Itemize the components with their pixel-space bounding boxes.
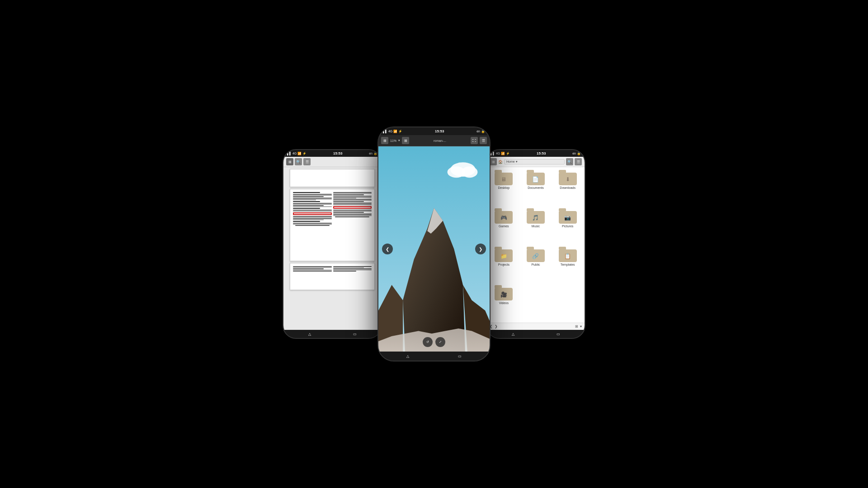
text-header-4	[293, 221, 320, 222]
text-header-2	[293, 201, 320, 202]
folder-videos[interactable]: 🎥 Videos	[490, 285, 518, 320]
folder-body-gm: 🎮	[495, 211, 513, 224]
next-arrow[interactable]: ❯	[475, 244, 486, 254]
text-line-r2	[333, 193, 372, 194]
status-right-c: en 🔒	[476, 130, 485, 133]
nav-home-left[interactable]: ▭	[351, 331, 359, 337]
text-line-r6	[333, 198, 356, 199]
nav-home-right[interactable]: ▭	[555, 331, 562, 337]
text-line-r10	[333, 202, 372, 203]
text-line-2	[293, 195, 331, 196]
breadcrumb-text: Home	[506, 160, 515, 163]
pdf-two-col	[293, 192, 371, 226]
menu-button[interactable]: ☰	[303, 158, 311, 165]
image-toolbar: ⊞ 11% ▾ ⊞ roman-... ⛶ ☰	[378, 135, 490, 146]
text-line-16	[293, 220, 324, 221]
sort-btn[interactable]: ▾	[580, 324, 582, 328]
t2	[293, 267, 331, 268]
lang-display: en	[369, 152, 373, 155]
text-line-11	[293, 210, 331, 211]
folder-icon-desktop: 🖥	[495, 170, 513, 185]
t7	[333, 267, 364, 268]
text-line-r18	[333, 216, 372, 216]
folder-projects[interactable]: 📁 Projects	[490, 247, 518, 282]
warning-box-2	[333, 206, 372, 209]
text-line-r19	[335, 216, 370, 217]
svg-point-3	[462, 166, 477, 178]
folder-icon-music: 🎵	[527, 208, 545, 224]
network-type-r: 4G	[496, 152, 500, 155]
zoom-level: 11%	[390, 139, 396, 142]
gallery-icon[interactable]: ⊞	[381, 137, 388, 144]
text-line-9	[293, 205, 324, 206]
search-btn-r[interactable]: 🔍	[566, 158, 573, 165]
folder-icon-games: 🎮	[495, 208, 513, 224]
breadcrumb-dropdown[interactable]: ▾	[516, 160, 518, 163]
games-inner-icon: 🎮	[500, 215, 507, 221]
pdf-col-left	[293, 192, 331, 226]
folder-label-games: Games	[499, 225, 509, 228]
fm-view-icon[interactable]: ⊞	[490, 158, 497, 165]
search-button[interactable]: 🔍	[295, 158, 302, 165]
t10	[333, 271, 356, 272]
menu-btn-r[interactable]: ☰	[575, 158, 582, 165]
folder-music[interactable]: 🎵 Music	[522, 208, 550, 243]
folder-pictures[interactable]: 📷 Pictures	[553, 208, 582, 243]
pagination-bar: ❮ ❯ ⊞ ▾	[487, 323, 585, 330]
phone-center: ▌▌ 4G 📶 ⚡ 15:53 en 🔒 ⊞ 11% ▾ ⊞ roman-...…	[377, 127, 491, 361]
grid-view-btn[interactable]: ⊞	[575, 324, 578, 328]
folder-body-pr: 📁	[495, 249, 513, 262]
share-btn[interactable]: ⤢	[435, 337, 445, 347]
nav-bar-center: △ ▭	[378, 352, 490, 361]
text-line-4	[293, 197, 331, 198]
folder-downloads[interactable]: ⬇ Downloads	[553, 170, 582, 205]
text-line-3	[293, 196, 324, 197]
text-header-1	[293, 192, 320, 193]
pagination-controls: ❮ ❯	[490, 324, 498, 328]
folder-icon-pictures: 📷	[559, 208, 577, 224]
folder-icon-templates: 📋	[559, 247, 577, 262]
folder-documents[interactable]: 📄 Documents	[522, 170, 550, 205]
pdf-col-3-left	[293, 266, 331, 272]
pdf-toolbar: ⊞ 🔍 ☰	[283, 157, 381, 167]
phone-left: ▌▌ 4G 📶 ⚡ 15:53 en 🔒 ⊞ 🔍 ☰	[283, 149, 382, 339]
folder-body-tp: 📋	[559, 249, 577, 262]
text-line-10	[293, 206, 331, 207]
nav-back-center[interactable]: △	[405, 353, 411, 359]
text-line-8	[293, 204, 331, 205]
pdf-page-main-content	[290, 189, 374, 229]
warning-text-2	[334, 207, 371, 208]
rotate-btn[interactable]: ↺	[423, 337, 433, 347]
folder-body-pic: 📷	[559, 211, 577, 224]
prev-arrow[interactable]: ❮	[382, 244, 393, 254]
menu-icon-c[interactable]: ☰	[480, 137, 487, 144]
templates-inner-icon: 📋	[564, 253, 571, 259]
expand-icon[interactable]: ⛶	[471, 137, 478, 144]
nav-back-right[interactable]: △	[510, 331, 516, 337]
text-header-3	[293, 208, 320, 209]
folder-games[interactable]: 🎮 Games	[490, 208, 518, 243]
notch	[427, 127, 441, 130]
folder-templates[interactable]: 📋 Templates	[553, 247, 582, 282]
grid-view-icon[interactable]: ⊞	[402, 137, 409, 144]
text-line-r16	[333, 213, 372, 214]
view-controls: ⊞ ▾	[575, 324, 582, 328]
next-page-btn[interactable]: ❯	[495, 324, 498, 328]
pdf-view-icon[interactable]: ⊞	[286, 158, 293, 165]
text-line-r14	[333, 211, 372, 212]
folder-icon-videos: 🎥	[495, 285, 513, 300]
pdf-page-3-content	[290, 263, 374, 275]
text-line-r11	[333, 203, 372, 204]
text-line-r15	[333, 212, 364, 213]
text-line-5	[293, 198, 331, 199]
nav-back-left[interactable]: △	[307, 331, 313, 337]
mountain-svg	[378, 146, 490, 352]
folder-desktop[interactable]: 🖥 Desktop	[490, 170, 518, 205]
nav-home-center[interactable]: ▭	[456, 353, 463, 359]
wifi-icon-r: 📶	[501, 152, 505, 155]
folder-label-downloads: Downloads	[560, 186, 576, 189]
folder-icon-downloads: ⬇	[559, 170, 577, 185]
lock-icon: 🔒	[373, 152, 377, 155]
zoom-dropdown-icon[interactable]: ▾	[398, 139, 400, 142]
folder-public[interactable]: 🔗 Public	[522, 247, 550, 282]
